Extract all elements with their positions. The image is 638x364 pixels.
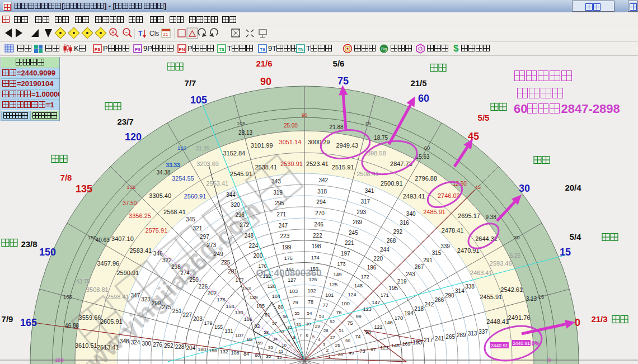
svg-text:33: 33	[279, 329, 284, 334]
svg-text:58: 58	[264, 330, 269, 335]
svg-text:173: 173	[337, 261, 345, 267]
svg-text:272: 272	[240, 222, 249, 228]
svg-text:227: 227	[182, 312, 192, 318]
svg-text:2796.88: 2796.88	[415, 175, 437, 182]
svg-text:244: 244	[380, 247, 390, 253]
svg-text:3152.84: 3152.84	[223, 150, 245, 157]
svg-text:246: 246	[314, 221, 323, 228]
svg-text:83: 83	[247, 337, 252, 342]
svg-text:153: 153	[242, 286, 251, 291]
svg-text:45: 45	[475, 184, 481, 190]
svg-text:73: 73	[359, 348, 365, 354]
svg-text:197: 197	[341, 250, 350, 257]
svg-text:81: 81	[265, 312, 270, 318]
svg-text:8: 8	[293, 335, 295, 340]
svg-text:194: 194	[404, 310, 414, 316]
svg-text:2598.41: 2598.41	[107, 294, 129, 300]
svg-text:195: 195	[388, 285, 398, 291]
svg-text:51: 51	[339, 328, 344, 333]
svg-text:313: 313	[468, 330, 477, 337]
svg-text:12: 12	[277, 355, 282, 360]
svg-text:60: 60	[424, 145, 430, 151]
svg-text:273: 273	[207, 242, 217, 248]
svg-text:23/8: 23/8	[21, 239, 37, 249]
svg-text:60: 60	[418, 93, 429, 104]
svg-text:317: 317	[360, 198, 370, 205]
svg-text:Cls: Cls	[149, 30, 159, 37]
svg-text:57: 57	[272, 321, 277, 326]
svg-text:316: 316	[400, 220, 409, 226]
svg-text:7/7: 7/7	[185, 78, 196, 88]
svg-text:129: 129	[250, 295, 258, 300]
svg-text:78: 78	[308, 299, 313, 305]
svg-text:26: 26	[335, 343, 340, 348]
svg-text:193: 193	[412, 339, 422, 346]
svg-text:7: 7	[299, 333, 302, 338]
svg-text:3508.81: 3508.81	[86, 286, 109, 293]
svg-text:3610.51: 3610.51	[75, 342, 97, 349]
svg-text:T: T	[138, 30, 143, 37]
svg-text:18.75: 18.75	[374, 135, 388, 141]
svg-text:342: 342	[318, 177, 328, 183]
svg-text:46.88: 46.88	[65, 323, 79, 329]
svg-text:245: 245	[349, 230, 358, 236]
svg-text:223: 223	[280, 233, 290, 239]
svg-text:2515.91: 2515.91	[332, 164, 354, 171]
svg-text:3000.29: 3000.29	[308, 139, 330, 145]
svg-text:76: 76	[336, 310, 341, 315]
svg-text:271: 271	[276, 211, 286, 218]
svg-text:225: 225	[221, 259, 231, 266]
svg-text:28.13: 28.13	[238, 130, 252, 136]
svg-text:120: 120	[125, 131, 142, 143]
svg-text:224: 224	[249, 243, 259, 249]
svg-text:154: 154	[226, 304, 234, 309]
svg-text:315: 315	[432, 250, 442, 256]
svg-text:2538.41: 2538.41	[255, 164, 277, 171]
svg-text:21/6: 21/6	[256, 59, 272, 68]
svg-text:222: 222	[313, 233, 322, 239]
svg-text:150: 150	[310, 266, 318, 272]
svg-text:37.50: 37.50	[123, 200, 137, 206]
svg-text:241: 241	[435, 335, 444, 342]
svg-text:196: 196	[367, 264, 377, 271]
svg-text:1: 1	[328, 354, 331, 359]
svg-text:21: 21	[163, 32, 168, 37]
svg-text:169: 169	[402, 341, 410, 347]
svg-text:147: 147	[372, 300, 380, 305]
svg-text:155: 155	[214, 324, 223, 330]
svg-text:172: 172	[361, 274, 369, 280]
svg-text:201: 201	[228, 268, 237, 275]
svg-text:0: 0	[575, 317, 580, 328]
svg-text:2: 2	[326, 348, 329, 353]
svg-text:21/3: 21/3	[591, 314, 607, 324]
svg-text:150: 150	[88, 234, 97, 240]
svg-text:11: 11	[279, 349, 284, 354]
svg-text:103: 103	[289, 289, 298, 294]
svg-text:106: 106	[244, 316, 252, 322]
svg-text:4: 4	[318, 337, 321, 342]
svg-text:300: 300	[142, 341, 151, 347]
svg-text:105: 105	[256, 303, 265, 309]
svg-text:50: 50	[345, 338, 350, 343]
svg-text:124: 124	[348, 292, 356, 297]
svg-text:2463.41: 2463.41	[470, 270, 492, 276]
svg-text:252: 252	[164, 343, 173, 349]
svg-text:339: 339	[440, 243, 450, 249]
svg-text:242: 242	[425, 301, 434, 308]
svg-text:2695.17: 2695.17	[458, 212, 480, 219]
svg-text:99: 99	[356, 314, 362, 319]
svg-text:105: 105	[237, 120, 246, 126]
svg-text:100: 100	[341, 301, 350, 306]
svg-text:PN: PN	[179, 47, 185, 52]
svg-text:5: 5	[312, 334, 315, 339]
svg-text:5/6: 5/6	[333, 59, 345, 68]
svg-text:2568.41: 2568.41	[163, 209, 186, 215]
svg-text:165: 165	[63, 294, 72, 300]
svg-text:2440.91: 2440.91	[513, 341, 530, 346]
svg-text:49: 49	[349, 351, 354, 356]
svg-text:3457.96: 3457.96	[97, 260, 119, 267]
svg-text:319: 319	[273, 190, 283, 196]
svg-text:56: 56	[283, 314, 288, 319]
svg-text:2440.91: 2440.91	[491, 343, 508, 348]
svg-text:324: 324	[131, 339, 140, 346]
